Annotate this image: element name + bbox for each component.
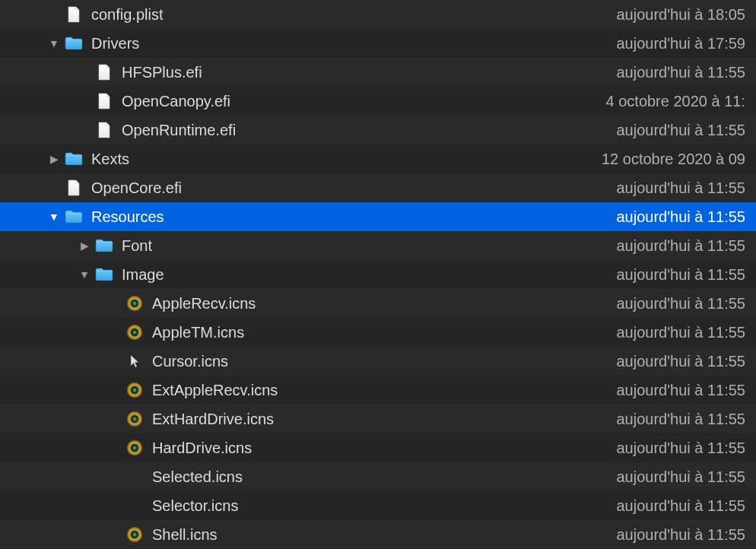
file-date: 4 octobre 2020 à 11: — [606, 93, 745, 110]
file-row[interactable]: ▶Kexts12 octobre 2020 à 09 — [0, 144, 756, 173]
file-name: HFSPlus.efi — [122, 64, 608, 81]
file-row[interactable]: ▼OpenCore.efiaujourd'hui à 11:55 — [0, 173, 756, 202]
file-date: aujourd'hui à 11:55 — [616, 468, 745, 486]
file-name: Shell.icns — [152, 526, 608, 544]
file-icon — [64, 6, 84, 23]
file-name: ExtAppleRecv.icns — [152, 382, 608, 399]
chevron-right-icon[interactable]: ▶ — [79, 240, 90, 252]
file-date: aujourd'hui à 11:55 — [616, 295, 745, 313]
file-date: aujourd'hui à 11:55 — [616, 497, 745, 515]
icns-icon — [125, 382, 145, 398]
file-row[interactable]: ▼Imageaujourd'hui à 11:55 — [0, 260, 756, 289]
file-row[interactable]: ▼Resourcesaujourd'hui à 11:55 — [0, 202, 756, 231]
file-name: Resources — [91, 208, 608, 226]
file-date: aujourd'hui à 11:55 — [616, 526, 745, 544]
file-date: aujourd'hui à 11:55 — [616, 179, 745, 197]
icns-icon — [125, 440, 145, 456]
file-row[interactable]: ▼HFSPlus.efiaujourd'hui à 11:55 — [0, 58, 756, 87]
cursor-icon — [125, 353, 145, 370]
file-name: HardDrive.icns — [152, 440, 608, 457]
file-name: ExtHardDrive.icns — [152, 411, 608, 428]
file-icon — [94, 122, 114, 138]
file-date: aujourd'hui à 11:55 — [616, 324, 745, 341]
chevron-down-icon[interactable]: ▼ — [49, 37, 59, 49]
file-icon — [64, 179, 84, 196]
file-name: Font — [122, 237, 608, 255]
file-name: Cursor.icns — [152, 353, 608, 370]
folder-icon — [64, 36, 84, 50]
file-name: OpenRuntime.efi — [122, 122, 608, 139]
file-row[interactable]: ▼Selected.icnsaujourd'hui à 11:55 — [0, 462, 756, 491]
file-name: Kexts — [91, 151, 594, 168]
folder-icon — [64, 152, 84, 166]
folder-icon — [94, 268, 114, 281]
file-date: aujourd'hui à 11:55 — [616, 122, 745, 139]
file-date: 12 octobre 2020 à 09 — [602, 151, 745, 168]
file-row[interactable]: ▼Selector.icnsaujourd'hui à 11:55 — [0, 491, 756, 520]
file-name: AppleTM.icns — [152, 324, 608, 341]
chevron-right-icon[interactable]: ▶ — [49, 153, 59, 165]
file-date: aujourd'hui à 11:55 — [616, 208, 745, 226]
icns-icon — [125, 526, 145, 543]
file-row[interactable]: ▼Shell.icnsaujourd'hui à 11:55 — [0, 520, 756, 549]
file-row[interactable]: ▼ExtAppleRecv.icnsaujourd'hui à 11:55 — [0, 376, 756, 405]
file-row[interactable]: ▼HardDrive.icnsaujourd'hui à 11:55 — [0, 433, 756, 462]
file-date: aujourd'hui à 11:55 — [616, 266, 745, 284]
file-date: aujourd'hui à 11:55 — [616, 411, 745, 428]
icns-icon — [125, 295, 145, 312]
file-row[interactable]: ▶Fontaujourd'hui à 11:55 — [0, 231, 756, 260]
chevron-down-icon[interactable]: ▼ — [49, 211, 59, 223]
file-name: config.plist — [91, 6, 608, 24]
file-name: OpenCanopy.efi — [122, 93, 599, 110]
file-row[interactable]: ▼AppleRecv.icnsaujourd'hui à 11:55 — [0, 289, 756, 318]
file-date: aujourd'hui à 17:59 — [616, 35, 745, 52]
file-date: aujourd'hui à 11:55 — [616, 237, 745, 255]
file-row[interactable]: ▼OpenCanopy.efi4 octobre 2020 à 11: — [0, 87, 756, 116]
file-row[interactable]: ▼config.plistaujourd'hui à 18:05 — [0, 0, 756, 29]
file-row[interactable]: ▼ExtHardDrive.icnsaujourd'hui à 11:55 — [0, 405, 756, 433]
file-date: aujourd'hui à 18:05 — [616, 6, 745, 24]
file-date: aujourd'hui à 11:55 — [616, 382, 745, 399]
file-row[interactable]: ▼Cursor.icnsaujourd'hui à 11:55 — [0, 347, 756, 376]
file-icon — [94, 64, 114, 81]
file-date: aujourd'hui à 11:55 — [616, 64, 745, 81]
chevron-down-icon[interactable]: ▼ — [79, 268, 90, 281]
file-name: Drivers — [91, 35, 608, 52]
file-row[interactable]: ▼OpenRuntime.efiaujourd'hui à 11:55 — [0, 116, 756, 144]
folder-icon — [94, 239, 114, 252]
file-name: OpenCore.efi — [91, 179, 608, 197]
file-name: AppleRecv.icns — [152, 295, 608, 313]
file-icon — [94, 93, 114, 109]
file-listing: ▼config.plistaujourd'hui à 18:05▼Drivers… — [0, 0, 756, 549]
icns-icon — [125, 324, 145, 341]
file-date: aujourd'hui à 11:55 — [616, 353, 745, 370]
file-name: Selected.icns — [152, 468, 608, 486]
file-row[interactable]: ▼Driversaujourd'hui à 17:59 — [0, 29, 756, 58]
file-name: Selector.icns — [152, 497, 608, 515]
file-date: aujourd'hui à 11:55 — [616, 440, 745, 457]
file-row[interactable]: ▼AppleTM.icnsaujourd'hui à 11:55 — [0, 318, 756, 347]
file-name: Image — [122, 266, 608, 284]
icns-icon — [125, 411, 145, 427]
folder-icon — [64, 210, 84, 224]
